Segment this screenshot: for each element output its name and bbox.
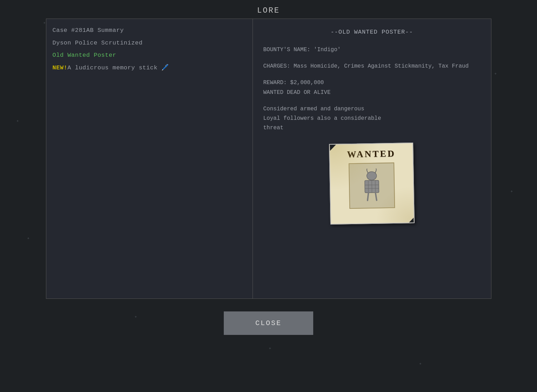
poster-body: BOUNTY'S NAME: 'Indigo' CHARGES: Mass Ho…: [263, 45, 481, 133]
reward-status: WANTED DEAD OR ALIVE: [263, 88, 481, 97]
wanted-poster-title-text: WANTED: [330, 148, 412, 160]
desc-line-3: threat: [263, 123, 481, 133]
svg-line-8: [375, 193, 376, 200]
list-item-dyson-police[interactable]: Dyson Police Scrutinized: [53, 39, 246, 48]
memory-stick-text: A ludicrous memory stick 🖊️: [67, 64, 169, 71]
reward-label: REWARD:: [263, 80, 287, 86]
charges-label: CHARGES:: [263, 63, 290, 69]
bounty-section: BOUNTY'S NAME: 'Indigo': [263, 45, 481, 55]
svg-line-5: [365, 188, 379, 189]
reward-amount: $2,000,000: [290, 80, 324, 86]
svg-line-3: [375, 180, 376, 193]
wanted-figure-svg: [356, 168, 388, 204]
main-container: Case #281AB Summary Dyson Police Scrutin…: [46, 19, 491, 299]
case-summary-text: Case #281AB Summary: [53, 27, 124, 34]
left-panel: Case #281AB Summary Dyson Police Scrutin…: [46, 19, 253, 299]
reward-section: REWARD: $2,000,000 WANTED DEAD OR ALIVE: [263, 78, 481, 97]
svg-line-2: [372, 180, 372, 193]
close-button-wrap: CLOSE: [0, 311, 537, 335]
desc-line-1: Considered armed and dangerous: [263, 104, 481, 114]
dyson-police-text: Dyson Police Scrutinized: [53, 40, 143, 46]
new-badge: NEW!: [53, 64, 68, 71]
old-wanted-text: Old Wanted Poster: [53, 52, 116, 59]
bounty-label: BOUNTY'S NAME:: [263, 47, 310, 53]
desc-line-2: Loyal followers also a considerable: [263, 114, 481, 123]
poster-title: --OLD WANTED POSTER--: [263, 29, 481, 35]
svg-line-4: [365, 185, 379, 185]
charges-section: CHARGES: Mass Homicide, Crimes Against S…: [263, 62, 481, 71]
list-item-case-summary[interactable]: Case #281AB Summary: [53, 26, 246, 35]
right-panel: --OLD WANTED POSTER-- BOUNTY'S NAME: 'In…: [253, 19, 491, 299]
wanted-figure-box: [349, 163, 395, 209]
wanted-poster-image: WANTED: [329, 143, 415, 225]
reward-line: REWARD: $2,000,000: [263, 78, 481, 88]
list-item-memory-stick[interactable]: NEW!A ludicrous memory stick 🖊️: [53, 63, 246, 73]
description-section: Considered armed and dangerous Loyal fol…: [263, 104, 481, 133]
list-item-old-wanted[interactable]: Old Wanted Poster: [53, 51, 246, 60]
close-button[interactable]: CLOSE: [224, 311, 313, 335]
page-title: LORE: [0, 0, 537, 19]
wanted-image-wrap: WANTED: [263, 143, 481, 224]
bounty-name: 'Indigo': [314, 47, 341, 53]
svg-rect-0: [365, 180, 379, 193]
svg-line-1: [368, 180, 369, 193]
charges-text: Mass Homicide, Crimes Against Stickmanit…: [294, 63, 469, 69]
svg-line-7: [367, 193, 368, 200]
svg-point-6: [367, 172, 376, 180]
